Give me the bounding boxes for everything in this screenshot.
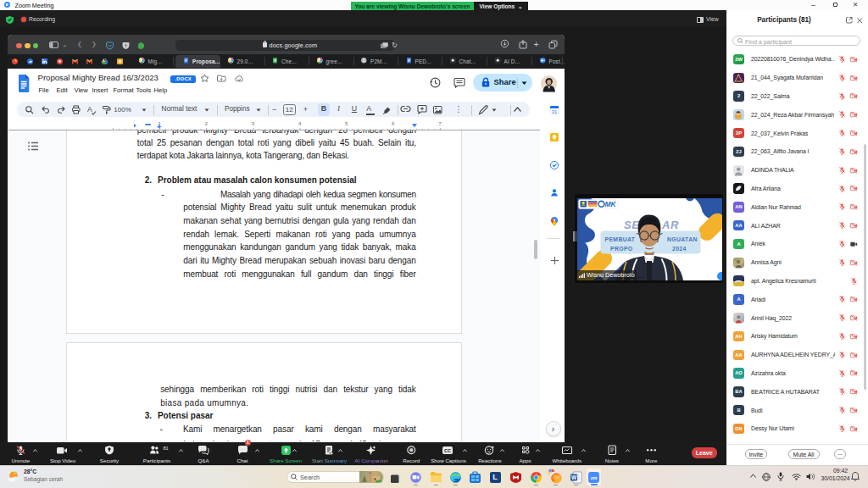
svg-text:MK: MK xyxy=(604,200,616,208)
svg-text:PROPO: PROPO xyxy=(610,245,633,251)
svg-text:AR: AR xyxy=(661,219,679,231)
svg-text:zm: zm xyxy=(591,475,598,480)
svg-text:2024: 2024 xyxy=(672,245,687,251)
svg-text:PEMBUAT: PEMBUAT xyxy=(604,236,635,241)
svg-text:31: 31 xyxy=(552,109,558,114)
svg-text:A: A xyxy=(87,105,92,114)
svg-text:SE: SE xyxy=(624,219,639,231)
svg-text:NGUATAN: NGUATAN xyxy=(667,236,698,241)
svg-text:W: W xyxy=(571,474,577,480)
svg-text:CC: CC xyxy=(444,447,451,452)
